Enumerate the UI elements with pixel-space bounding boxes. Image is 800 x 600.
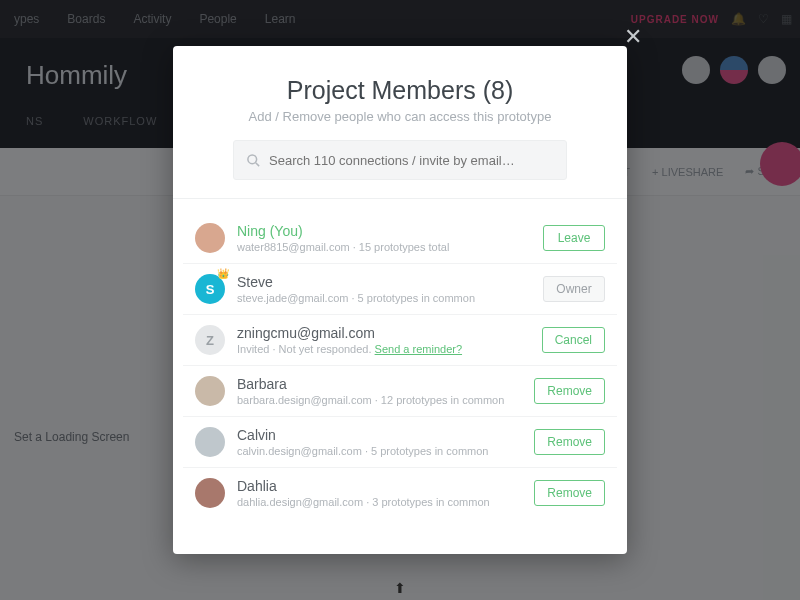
member-meta: water8815@gmail.com · 15 prototypes tota… <box>237 241 543 253</box>
member-name: Barbara <box>237 376 534 392</box>
svg-line-1 <box>256 162 259 165</box>
avatar <box>195 478 225 508</box>
remove-button[interactable]: Remove <box>534 429 605 455</box>
member-row: Dahliadahlia.design@gmail.com · 3 protot… <box>183 468 617 518</box>
member-row: Ning (You)water8815@gmail.com · 15 proto… <box>183 213 617 264</box>
member-row: Calvincalvin.design@gmail.com · 5 protot… <box>183 417 617 468</box>
member-row: S👑Stevesteve.jade@gmail.com · 5 prototyp… <box>183 264 617 315</box>
member-name: Dahlia <box>237 478 534 494</box>
member-meta: calvin.design@gmail.com · 5 prototypes i… <box>237 445 534 457</box>
svg-point-0 <box>248 154 257 163</box>
send-reminder-link[interactable]: Send a reminder? <box>375 343 462 355</box>
project-members-modal: Project Members (8) Add / Remove people … <box>173 46 627 554</box>
member-name: Ning (You) <box>237 223 543 239</box>
avatar <box>195 223 225 253</box>
member-meta: dahlia.design@gmail.com · 3 prototypes i… <box>237 496 534 508</box>
member-meta: Invited · Not yet responded. Send a remi… <box>237 343 542 355</box>
close-icon[interactable]: ✕ <box>624 24 642 50</box>
member-name: Steve <box>237 274 543 290</box>
avatar <box>195 376 225 406</box>
cursor-icon: ⬆ <box>394 580 406 596</box>
leave-button[interactable]: Leave <box>543 225 605 251</box>
avatar <box>195 427 225 457</box>
member-row: Barbarabarbara.design@gmail.com · 12 pro… <box>183 366 617 417</box>
modal-subtitle: Add / Remove people who can access this … <box>203 109 597 124</box>
search-input[interactable] <box>269 153 554 168</box>
member-row: Zzningcmu@gmail.comInvited · Not yet res… <box>183 315 617 366</box>
member-meta: steve.jade@gmail.com · 5 prototypes in c… <box>237 292 543 304</box>
avatar: Z <box>195 325 225 355</box>
search-icon <box>246 153 261 168</box>
remove-button[interactable]: Remove <box>534 480 605 506</box>
modal-title: Project Members (8) <box>203 76 597 105</box>
remove-button[interactable]: Remove <box>534 378 605 404</box>
member-meta: barbara.design@gmail.com · 12 prototypes… <box>237 394 534 406</box>
member-name: Calvin <box>237 427 534 443</box>
search-field[interactable] <box>233 140 567 180</box>
members-list: Ning (You)water8815@gmail.com · 15 proto… <box>173 199 627 518</box>
avatar: S👑 <box>195 274 225 304</box>
crown-icon: 👑 <box>217 268 229 279</box>
owner-button: Owner <box>543 276 605 302</box>
member-name: zningcmu@gmail.com <box>237 325 542 341</box>
cancel-button[interactable]: Cancel <box>542 327 605 353</box>
